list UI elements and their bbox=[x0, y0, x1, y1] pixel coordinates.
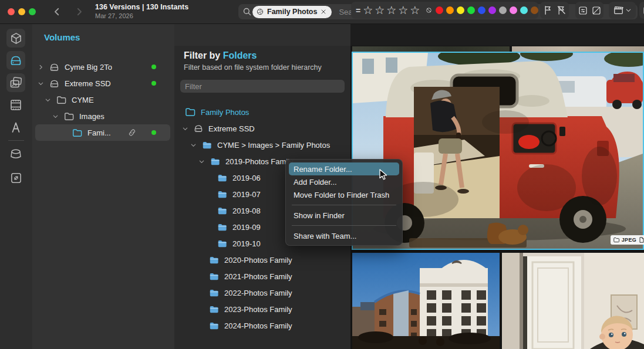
aperture-icon bbox=[256, 8, 264, 16]
color-label-gray[interactable] bbox=[499, 6, 507, 14]
star-rating[interactable]: ☆☆☆☆☆ bbox=[363, 5, 422, 16]
folder-icon bbox=[72, 127, 83, 138]
tree-item-family-photos[interactable]: Family Photos bbox=[184, 105, 249, 119]
folder-icon bbox=[217, 189, 228, 200]
search-token[interactable]: Family Photos bbox=[252, 6, 332, 18]
status-dot-online bbox=[151, 130, 156, 135]
photo-row-above-partial[interactable] bbox=[512, 46, 644, 52]
photo-toolbar bbox=[350, 24, 644, 46]
chevron-down-icon[interactable] bbox=[625, 7, 632, 13]
chevron-down-icon[interactable] bbox=[52, 113, 59, 120]
tree-item-2021-photos-family[interactable]: 2021-Photos Family bbox=[208, 269, 292, 283]
folder-icon bbox=[217, 172, 228, 184]
clapperboard-icon[interactable] bbox=[613, 5, 624, 16]
color-label-yellow[interactable] bbox=[457, 6, 464, 14]
tree-item-cyme-images-family[interactable]: CYME > Images > Family Photos bbox=[190, 138, 330, 152]
rail-apps-button[interactable] bbox=[6, 118, 25, 137]
tree-item-2019-07[interactable]: 2019-07 bbox=[217, 187, 261, 201]
rail-film-button[interactable] bbox=[6, 96, 25, 114]
status-dot-online bbox=[151, 65, 156, 69]
menu-item-share-with-team[interactable]: Share with Team... bbox=[289, 229, 399, 242]
lens-icon bbox=[9, 147, 23, 161]
rail-volumes-button[interactable] bbox=[6, 51, 25, 70]
selection-date: Mar 27, 2026 bbox=[95, 12, 133, 19]
sidebar-item-family-folder-selected[interactable]: Fami... bbox=[72, 126, 111, 140]
tree-item-2019-10[interactable]: 2019-10 bbox=[217, 236, 261, 250]
forward-button[interactable] bbox=[74, 6, 85, 17]
rating-comparator[interactable]: = bbox=[356, 6, 360, 15]
menu-item-move-to-trash[interactable]: Move Folder to Finder Trash bbox=[289, 188, 399, 201]
color-label-cyan[interactable] bbox=[520, 6, 528, 14]
apps-icon bbox=[9, 120, 23, 134]
hard-drive-icon bbox=[49, 62, 60, 73]
filter-subheading: Filter based on file system folder hiera… bbox=[184, 63, 322, 72]
format-badge: JPEG bbox=[611, 235, 644, 245]
color-label-orange[interactable] bbox=[446, 6, 454, 14]
baby-photo-illustration bbox=[502, 253, 644, 349]
chevron-down-icon[interactable] bbox=[182, 126, 188, 132]
folder-icon bbox=[208, 287, 220, 299]
tree-item-2019-photos-family[interactable]: 2019-Photos Family bbox=[198, 154, 294, 168]
photo-buildings[interactable] bbox=[352, 253, 500, 349]
flag-filter[interactable] bbox=[540, 2, 569, 19]
edited-icon[interactable] bbox=[578, 5, 588, 16]
search-token-label: Family Photos bbox=[267, 8, 317, 16]
chevron-down-icon[interactable] bbox=[45, 97, 51, 103]
color-label-brown[interactable] bbox=[531, 6, 538, 14]
tree-item-2019-09[interactable]: 2019-09 bbox=[217, 220, 261, 234]
star-rating-filter[interactable]: = ☆☆☆☆☆ bbox=[351, 2, 431, 19]
rail-lens-button[interactable] bbox=[6, 145, 25, 164]
tree-item-2022-photos-family[interactable]: 2022-Photos Family bbox=[208, 286, 292, 300]
search-icon bbox=[242, 6, 252, 17]
window-minimize-button[interactable] bbox=[18, 8, 25, 15]
photo-baby[interactable] bbox=[502, 253, 644, 349]
rail-albums-button[interactable] bbox=[6, 73, 25, 92]
link-icon bbox=[127, 127, 137, 138]
back-button[interactable] bbox=[52, 6, 62, 17]
film-roll-icon bbox=[9, 98, 23, 112]
tree-item-2024-photos-family[interactable]: 2024-Photos Family bbox=[208, 318, 292, 333]
unflagged-icon[interactable] bbox=[556, 5, 567, 16]
window-zoom-button[interactable] bbox=[29, 8, 36, 15]
color-label-purple[interactable] bbox=[488, 6, 496, 14]
sidebar-item-images-folder[interactable]: Images bbox=[52, 109, 104, 123]
tree-item-extreme-ssd[interactable]: Extreme SSD bbox=[182, 121, 255, 135]
tree-item-2019-08[interactable]: 2019-08 bbox=[217, 204, 261, 218]
no-color-icon[interactable] bbox=[425, 5, 433, 15]
folder-icon bbox=[208, 320, 220, 331]
folder-icon bbox=[63, 111, 75, 122]
color-label-green[interactable] bbox=[467, 6, 475, 14]
sidebar-item-extreme-ssd[interactable]: Extreme SSD bbox=[38, 76, 111, 90]
folder-icon bbox=[217, 205, 228, 216]
folder-icon bbox=[184, 106, 196, 118]
folder-icon bbox=[217, 222, 228, 233]
menu-item-show-in-finder[interactable]: Show in Finder bbox=[289, 209, 399, 222]
sidebar-item-cyme-big-2to[interactable]: Cyme Big 2To bbox=[38, 60, 112, 74]
rail-library-button[interactable] bbox=[6, 29, 25, 48]
edited-filter[interactable] bbox=[575, 2, 603, 19]
media-type-filter[interactable] bbox=[609, 2, 636, 19]
menu-separator bbox=[292, 225, 396, 226]
color-label-filter[interactable] bbox=[421, 2, 538, 19]
color-label-blue[interactable] bbox=[478, 6, 485, 14]
filter-input[interactable] bbox=[180, 80, 345, 93]
color-label-pink[interactable] bbox=[510, 6, 517, 14]
chevron-right-icon[interactable] bbox=[38, 64, 44, 70]
tree-item-2023-photos-family[interactable]: 2023-Photos Family bbox=[208, 302, 292, 316]
remove-token-icon[interactable] bbox=[320, 8, 327, 15]
color-label-red[interactable] bbox=[436, 6, 443, 14]
tree-item-2020-photos-family[interactable]: 2020-Photos Family bbox=[208, 253, 292, 267]
folder-icon bbox=[208, 304, 220, 315]
flagged-icon[interactable] bbox=[542, 5, 554, 16]
tree-item-2019-06[interactable]: 2019-06 bbox=[217, 171, 261, 185]
window-close-button[interactable] bbox=[8, 8, 15, 15]
photos-stack-icon bbox=[9, 76, 23, 90]
chevron-down-icon[interactable] bbox=[198, 158, 205, 165]
not-edited-icon[interactable] bbox=[591, 5, 602, 16]
sidebar-item-cyme-folder[interactable]: CYME bbox=[45, 93, 94, 107]
panel-toggle-button[interactable] bbox=[639, 2, 644, 19]
chevron-down-icon[interactable] bbox=[190, 142, 197, 148]
chevron-down-icon[interactable] bbox=[38, 80, 44, 87]
photo-row-above-partial[interactable] bbox=[352, 46, 510, 52]
rail-export-button[interactable] bbox=[6, 168, 25, 187]
